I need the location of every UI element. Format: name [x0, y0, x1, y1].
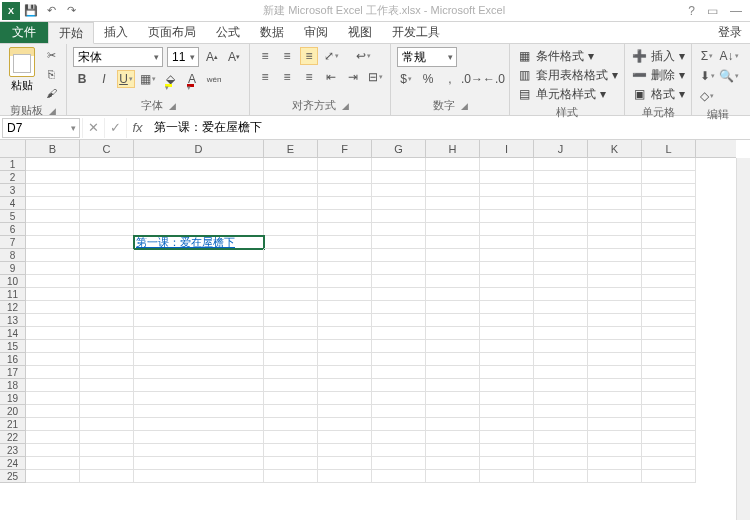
cell[interactable] [534, 236, 588, 249]
cell[interactable] [426, 457, 480, 470]
row-header[interactable]: 23 [0, 444, 25, 457]
cell[interactable] [134, 327, 264, 340]
border-button[interactable]: ▦ [139, 70, 157, 88]
cell[interactable] [26, 197, 80, 210]
cell[interactable] [642, 327, 696, 340]
cell[interactable] [134, 444, 264, 457]
align-bottom-icon[interactable]: ≡ [300, 47, 318, 65]
cell[interactable] [26, 405, 80, 418]
cell[interactable] [318, 340, 372, 353]
column-header[interactable]: J [534, 140, 588, 157]
cell[interactable] [642, 392, 696, 405]
cell[interactable] [534, 171, 588, 184]
row-header[interactable]: 2 [0, 171, 25, 184]
cell[interactable] [372, 314, 426, 327]
row-header[interactable]: 1 [0, 158, 25, 171]
cell[interactable] [318, 158, 372, 171]
cell[interactable] [480, 353, 534, 366]
cell[interactable] [134, 314, 264, 327]
cell[interactable] [372, 171, 426, 184]
cell[interactable] [480, 223, 534, 236]
cell[interactable] [318, 418, 372, 431]
dialog-launcher-icon[interactable]: ◢ [49, 106, 56, 116]
cell[interactable] [372, 236, 426, 249]
cell[interactable] [80, 171, 134, 184]
cell[interactable] [264, 262, 318, 275]
cell[interactable] [480, 444, 534, 457]
cell[interactable] [426, 288, 480, 301]
cell[interactable] [264, 301, 318, 314]
row-header[interactable]: 15 [0, 340, 25, 353]
align-center-icon[interactable]: ≡ [278, 68, 296, 86]
cell[interactable] [264, 236, 318, 249]
row-header[interactable]: 7 [0, 236, 25, 249]
cell[interactable] [426, 171, 480, 184]
cell[interactable] [80, 457, 134, 470]
cell[interactable] [26, 340, 80, 353]
cell[interactable] [80, 249, 134, 262]
cell[interactable] [26, 301, 80, 314]
cell[interactable] [426, 340, 480, 353]
cell[interactable] [264, 275, 318, 288]
find-select-icon[interactable]: 🔍 [720, 67, 738, 85]
cell[interactable] [642, 340, 696, 353]
redo-icon[interactable]: ↷ [62, 2, 80, 20]
cell[interactable] [372, 197, 426, 210]
cell[interactable] [318, 327, 372, 340]
row-header[interactable]: 11 [0, 288, 25, 301]
align-left-icon[interactable]: ≡ [256, 68, 274, 86]
decrease-decimal-icon[interactable]: ←.0 [485, 70, 503, 88]
cell[interactable] [80, 340, 134, 353]
cell[interactable] [264, 470, 318, 483]
row-header[interactable]: 18 [0, 379, 25, 392]
format-painter-icon[interactable]: 🖌 [42, 85, 60, 101]
autosum-icon[interactable]: Σ [698, 47, 716, 65]
cell[interactable] [426, 379, 480, 392]
cell[interactable] [642, 158, 696, 171]
cell[interactable] [134, 353, 264, 366]
cell[interactable] [534, 262, 588, 275]
cell[interactable] [318, 457, 372, 470]
number-format-combo[interactable]: 常规 [397, 47, 457, 67]
undo-icon[interactable]: ↶ [42, 2, 60, 20]
cell[interactable] [588, 314, 642, 327]
cell[interactable] [134, 470, 264, 483]
cell[interactable] [426, 262, 480, 275]
cell[interactable] [534, 275, 588, 288]
cell[interactable] [642, 210, 696, 223]
cell[interactable] [372, 392, 426, 405]
cell[interactable] [588, 405, 642, 418]
cell[interactable] [642, 431, 696, 444]
cell[interactable] [134, 249, 264, 262]
cell[interactable] [588, 262, 642, 275]
cut-icon[interactable]: ✂ [42, 47, 60, 63]
cell[interactable] [534, 210, 588, 223]
cell[interactable] [426, 366, 480, 379]
cell[interactable] [642, 275, 696, 288]
row-header[interactable]: 17 [0, 366, 25, 379]
cell[interactable] [372, 444, 426, 457]
cell-styles-button[interactable]: ▤单元格样式 ▾ [516, 85, 606, 103]
cell[interactable] [588, 457, 642, 470]
ribbon-options-icon[interactable]: ▭ [707, 4, 718, 18]
cell[interactable] [80, 184, 134, 197]
cell[interactable] [480, 327, 534, 340]
row-header[interactable]: 3 [0, 184, 25, 197]
cell[interactable] [372, 379, 426, 392]
align-right-icon[interactable]: ≡ [300, 68, 318, 86]
row-header[interactable]: 24 [0, 457, 25, 470]
tab-insert[interactable]: 插入 [94, 22, 138, 43]
column-header[interactable]: B [26, 140, 80, 157]
cell[interactable] [134, 223, 264, 236]
cell[interactable] [264, 431, 318, 444]
cell[interactable] [134, 379, 264, 392]
column-header[interactable]: I [480, 140, 534, 157]
row-header[interactable]: 22 [0, 431, 25, 444]
accounting-format-icon[interactable]: $ [397, 70, 415, 88]
cell[interactable] [264, 353, 318, 366]
cell[interactable] [426, 444, 480, 457]
cell[interactable] [264, 158, 318, 171]
cell[interactable] [588, 184, 642, 197]
increase-indent-icon[interactable]: ⇥ [344, 68, 362, 86]
cell[interactable] [264, 249, 318, 262]
